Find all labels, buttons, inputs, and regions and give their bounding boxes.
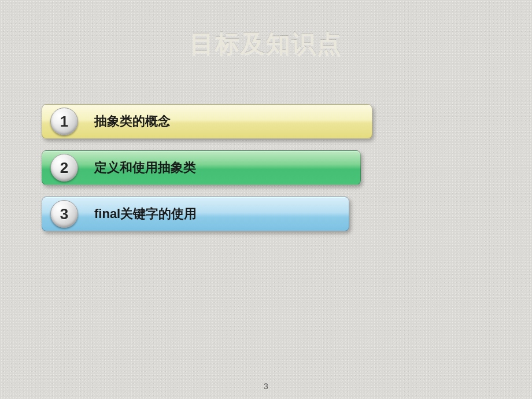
- slide-title: 目标及知识点: [0, 28, 532, 60]
- page-number: 3: [0, 382, 532, 391]
- number-badge-text: 2: [60, 159, 68, 177]
- number-badge-2: 2: [50, 154, 78, 182]
- number-badge-3: 3: [50, 200, 78, 228]
- objective-item-2: 2 定义和使用抽象类: [42, 150, 361, 185]
- number-badge-text: 1: [60, 113, 68, 131]
- objective-item-1: 1 抽象类的概念: [42, 104, 372, 139]
- objective-label: 定义和使用抽象类: [94, 159, 196, 176]
- number-badge-1: 1: [50, 108, 78, 135]
- objective-label: final关键字的使用: [94, 205, 197, 223]
- objective-list: 1 抽象类的概念 2 定义和使用抽象类 3 final关键字的使用: [42, 104, 371, 243]
- objective-label: 抽象类的概念: [94, 113, 171, 130]
- number-badge-text: 3: [60, 205, 68, 223]
- objective-item-3: 3 final关键字的使用: [42, 197, 349, 231]
